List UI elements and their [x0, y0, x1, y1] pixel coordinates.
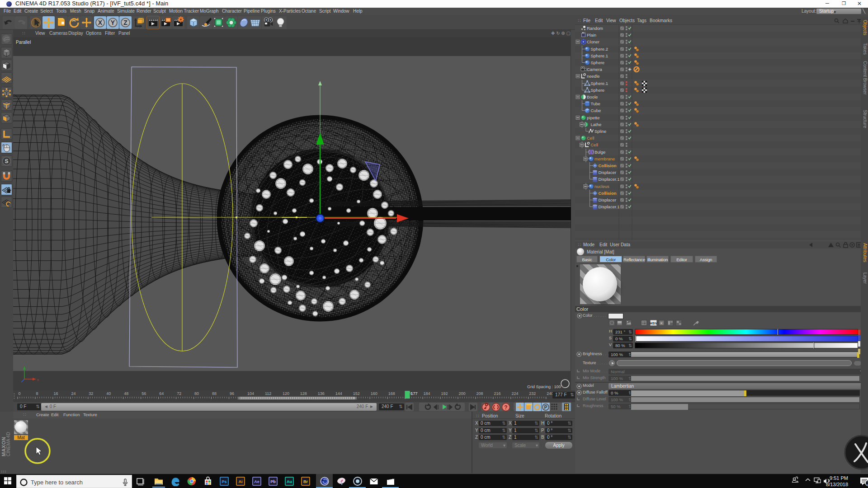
svg-text:8: 8 — [36, 391, 38, 396]
svg-text:48: 48 — [124, 391, 128, 396]
svg-text:Au: Au — [287, 479, 292, 484]
svg-text:P: P — [544, 405, 547, 410]
svg-text:160: 160 — [371, 391, 377, 396]
svg-text:X: X — [98, 19, 103, 26]
svg-text:0: 0 — [19, 391, 21, 396]
svg-text:136: 136 — [318, 391, 325, 396]
svg-text:112: 112 — [265, 391, 271, 396]
svg-text:168: 168 — [388, 391, 395, 396]
svg-text:40: 40 — [106, 391, 111, 396]
svg-text:177: 177 — [410, 391, 417, 396]
svg-text:K: K — [660, 321, 663, 325]
svg-text:56: 56 — [142, 391, 146, 396]
svg-text:192: 192 — [441, 391, 448, 396]
svg-text:Ps: Ps — [222, 479, 226, 484]
svg-text:x: x — [37, 378, 39, 382]
svg-text:152: 152 — [353, 391, 360, 396]
svg-text:232: 232 — [529, 391, 536, 396]
svg-text:Br: Br — [303, 479, 308, 484]
svg-text:?: ? — [504, 404, 507, 411]
svg-text:8/13/2018: 8/13/2018 — [826, 482, 848, 487]
svg-text:S: S — [5, 158, 8, 164]
svg-text:9:51 PM: 9:51 PM — [830, 475, 848, 481]
svg-text:144: 144 — [335, 391, 342, 396]
svg-text:184: 184 — [424, 391, 430, 396]
svg-text:24: 24 — [71, 391, 75, 396]
svg-text:32: 32 — [89, 391, 93, 396]
svg-text:128: 128 — [300, 391, 307, 396]
svg-text:104: 104 — [247, 391, 254, 396]
svg-text:200: 200 — [459, 391, 466, 396]
svg-text:216: 216 — [494, 391, 500, 396]
svg-text:HSV: HSV — [650, 321, 657, 325]
svg-text:224: 224 — [511, 391, 518, 396]
svg-text:72: 72 — [177, 391, 181, 396]
svg-text:16: 16 — [53, 391, 58, 396]
svg-text:96: 96 — [230, 391, 234, 396]
svg-text:80: 80 — [194, 391, 199, 396]
svg-text:88: 88 — [212, 391, 217, 396]
svg-text:Ae: Ae — [254, 479, 259, 484]
svg-text:208: 208 — [476, 391, 483, 396]
svg-text:64: 64 — [159, 391, 164, 396]
svg-text:Ai: Ai — [239, 479, 243, 484]
svg-text:Pb: Pb — [270, 479, 276, 484]
svg-text:120: 120 — [283, 391, 289, 396]
svg-text:Z: Z — [123, 19, 127, 26]
svg-text:Y: Y — [111, 19, 115, 26]
